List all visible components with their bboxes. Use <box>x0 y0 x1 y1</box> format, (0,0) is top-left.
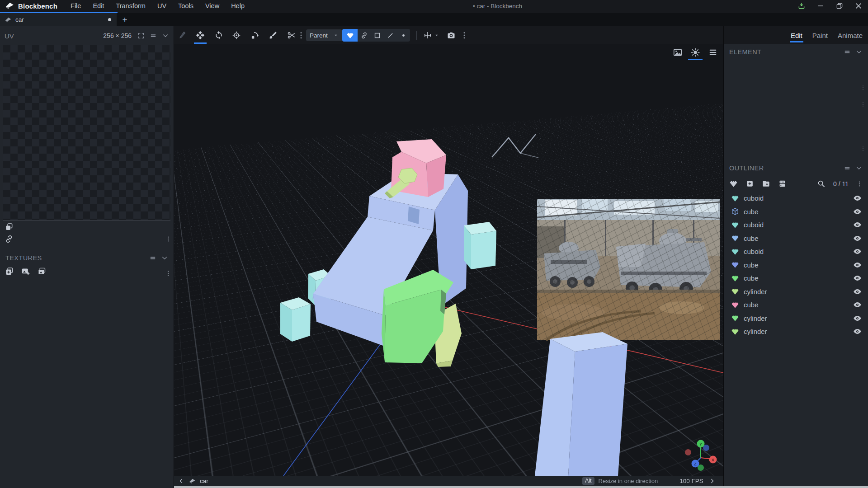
outliner-panel-menu-icon[interactable] <box>844 164 851 172</box>
update-available-icon[interactable] <box>797 2 806 10</box>
face-mode-button[interactable] <box>371 29 384 42</box>
outliner-row[interactable]: cube <box>724 258 868 272</box>
menu-item[interactable]: Tools <box>172 0 199 12</box>
mirror-dropdown-caret-icon[interactable] <box>434 29 440 42</box>
outliner-collapse-icon[interactable] <box>855 164 863 172</box>
toolbar-end-more-icon[interactable] <box>460 29 468 42</box>
outliner-list: cuboid cube cuboid cube <box>724 192 868 338</box>
element-panel-menu-icon[interactable] <box>844 48 851 56</box>
seam-tool-button[interactable] <box>285 29 298 42</box>
outliner-row[interactable]: cuboid <box>724 245 868 258</box>
uv-panel-header: UV 256 × 256 <box>0 26 174 45</box>
tab-animate[interactable]: Animate <box>838 32 863 39</box>
outliner-row[interactable]: cube <box>724 232 868 245</box>
uv-collapse-icon[interactable] <box>162 32 169 39</box>
fps-counter: 100 FPS <box>679 478 703 484</box>
outliner-row[interactable]: cube <box>724 298 868 312</box>
outliner-row[interactable]: cylinder <box>724 325 868 338</box>
textures-more-options-icon[interactable] <box>165 270 171 277</box>
outliner-row[interactable]: cylinder <box>724 285 868 299</box>
visibility-eye-icon[interactable] <box>853 314 862 323</box>
resize-tool-button[interactable] <box>249 29 261 42</box>
new-tab-button[interactable]: + <box>117 13 133 26</box>
view-gizmo[interactable]: Y X Z <box>685 440 717 471</box>
viewport-menu-button[interactable] <box>708 47 718 57</box>
edge-mode-button[interactable] <box>384 29 397 42</box>
reference-image[interactable] <box>537 199 720 340</box>
close-button[interactable] <box>854 2 863 10</box>
panel-drag-handle-icon[interactable] <box>860 146 866 151</box>
uv-fullscreen-icon[interactable] <box>137 32 145 39</box>
rotate-tool-button[interactable] <box>212 29 225 42</box>
outliner-row[interactable]: cube <box>724 272 868 285</box>
uv-resolution[interactable]: 256 × 256 <box>103 32 132 39</box>
create-texture-button[interactable] <box>5 267 14 276</box>
wireframe-zigzag[interactable] <box>492 134 538 158</box>
screenshot-button[interactable] <box>445 29 458 42</box>
pivot-tool-button[interactable] <box>230 29 243 42</box>
menu-item[interactable]: Help <box>225 0 250 12</box>
outliner-row[interactable]: cylinder <box>724 312 868 325</box>
panel-drag-handle-icon[interactable] <box>860 85 866 90</box>
element-panel-header: ELEMENT <box>724 44 868 60</box>
gizmo-neg-x-ball[interactable] <box>685 449 691 455</box>
visibility-eye-icon[interactable] <box>853 261 862 269</box>
status-forward-icon[interactable] <box>709 478 716 484</box>
tab-edit[interactable]: Edit <box>791 32 802 39</box>
menu-item[interactable]: View <box>199 0 225 12</box>
menu-item[interactable]: File <box>65 0 87 12</box>
visibility-eye-icon[interactable] <box>853 274 862 282</box>
background-image-button[interactable] <box>673 47 683 57</box>
outliner-row[interactable]: cube <box>724 205 868 219</box>
mirror-modeling-button[interactable] <box>421 29 434 42</box>
add-cube-button[interactable] <box>745 179 754 188</box>
lighting-mode-button[interactable] <box>690 47 700 57</box>
panel-drag-handle-icon[interactable] <box>860 102 866 107</box>
outliner-options-button[interactable] <box>778 179 787 188</box>
uv-panel-title: UV <box>5 32 14 40</box>
visibility-eye-icon[interactable] <box>853 300 862 309</box>
brush-tool-button[interactable] <box>267 29 279 42</box>
uv-editor-canvas[interactable] <box>3 45 170 221</box>
outliner-search-icon[interactable] <box>817 179 826 188</box>
project-tab-car[interactable]: car <box>0 13 117 26</box>
status-back-icon[interactable] <box>178 478 184 484</box>
object-mode-button[interactable] <box>342 29 358 42</box>
detached-cuboid[interactable] <box>535 332 627 476</box>
visibility-eye-icon[interactable] <box>853 221 862 229</box>
menu-item[interactable]: Edit <box>87 0 110 12</box>
textures-panel-menu-icon[interactable] <box>149 254 156 262</box>
toolbar-more-icon[interactable] <box>297 29 305 42</box>
visibility-eye-icon[interactable] <box>853 247 862 256</box>
texture-folder-button[interactable] <box>37 267 47 276</box>
uv-panel-menu-icon[interactable] <box>150 32 157 39</box>
textures-collapse-icon[interactable] <box>161 254 168 262</box>
uv-more-options-icon[interactable] <box>165 236 171 242</box>
uv-link-icon[interactable] <box>5 235 14 244</box>
outliner-more-icon[interactable] <box>856 181 863 187</box>
add-mesh-button[interactable] <box>729 179 738 188</box>
outliner-row[interactable]: cuboid <box>724 192 868 205</box>
car-model[interactable] <box>280 139 496 367</box>
uv-copy-icon[interactable] <box>5 222 14 231</box>
visibility-eye-icon[interactable] <box>853 194 862 202</box>
knife-tool-button[interactable] <box>176 29 189 42</box>
tab-paint[interactable]: Paint <box>812 32 828 39</box>
menu-item[interactable]: UV <box>151 0 172 12</box>
minimize-button[interactable] <box>816 2 825 10</box>
restore-button[interactable] <box>835 2 844 10</box>
add-group-button[interactable] <box>762 179 770 188</box>
menu-item[interactable]: Transform <box>110 0 151 12</box>
move-tool-button[interactable] <box>194 29 207 42</box>
vertex-mode-button[interactable] <box>397 29 410 42</box>
visibility-eye-icon[interactable] <box>853 327 862 336</box>
3d-viewport[interactable]: Y X Z <box>174 44 723 476</box>
visibility-eye-icon[interactable] <box>853 234 862 243</box>
group-mode-button[interactable] <box>358 29 371 42</box>
visibility-eye-icon[interactable] <box>853 287 862 296</box>
visibility-eye-icon[interactable] <box>853 207 862 216</box>
rotation-space-dropdown[interactable]: Parent <box>306 29 342 41</box>
outliner-row[interactable]: cuboid <box>724 218 868 232</box>
element-collapse-icon[interactable] <box>855 48 863 56</box>
import-texture-button[interactable] <box>21 267 30 276</box>
